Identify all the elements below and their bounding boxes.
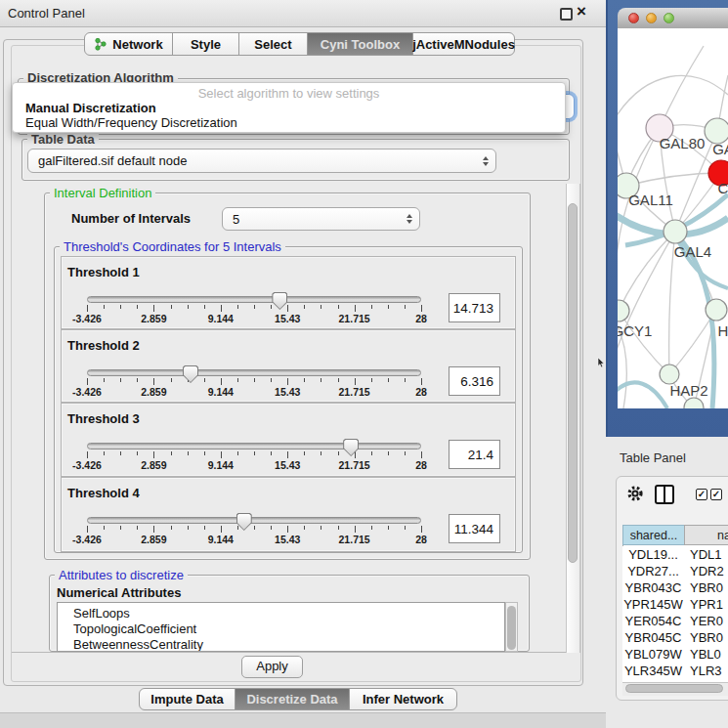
- threshold-value-field[interactable]: 6.316: [449, 366, 500, 396]
- table-row[interactable]: YBL079WYBL0: [622, 646, 728, 663]
- network-edge[interactable]: [618, 75, 728, 120]
- checkbox-icon[interactable]: ✓: [696, 489, 707, 500]
- table-row[interactable]: YBR043CYBR0: [622, 579, 728, 596]
- slider-tick-label: 28: [415, 459, 427, 471]
- tab-network[interactable]: Network: [84, 32, 173, 56]
- tab-discretize-data[interactable]: Discretize Data: [235, 688, 350, 710]
- table-cell-shared-name: YBR043C: [622, 579, 684, 596]
- slider-tick-label: 2.859: [141, 534, 166, 545]
- slider-tick: [237, 305, 238, 309]
- network-node[interactable]: [684, 398, 704, 408]
- network-node-gal4[interactable]: [664, 220, 687, 243]
- slider-tick: [137, 526, 138, 530]
- slider-tick-label: 15.43: [275, 386, 300, 398]
- table-row[interactable]: YDR27...YDR2: [622, 563, 728, 579]
- threshold-panel-4: Threshold 4-3.4262.8599.14415.4321.71528…: [61, 477, 516, 552]
- table-cell-shared-name: YPR145W: [622, 596, 684, 613]
- tab-style[interactable]: Style: [172, 32, 239, 56]
- table-cell-name: YLR3: [684, 663, 722, 679]
- algorithm-dropdown-popup: Select algorithm to view settings Manual…: [12, 82, 566, 133]
- algorithm-option-manual[interactable]: Manual Discretization: [25, 101, 156, 115]
- table-cell-name: YBR0: [684, 579, 723, 596]
- slider-tick: [421, 451, 422, 458]
- slider-tick: [153, 451, 154, 458]
- table-cell-shared-name: YER054C: [622, 613, 684, 629]
- network-node-hap2[interactable]: [660, 364, 679, 384]
- threshold-label: Threshold 2: [67, 338, 140, 353]
- slider-tick: [153, 526, 154, 533]
- table-rows[interactable]: YDL19...YDL1YDR27...YDR2YBR043CYBR0YPR14…: [622, 546, 728, 682]
- threshold-slider-track[interactable]: [87, 369, 421, 376]
- table-cell-name: YDL1: [684, 546, 722, 563]
- threshold-slider-track[interactable]: [87, 296, 421, 303]
- slider-tick: [204, 451, 205, 455]
- threshold-slider-track[interactable]: [87, 443, 421, 450]
- threshold-slider-handle[interactable]: [272, 292, 287, 310]
- threshold-label: Threshold 1: [67, 265, 140, 279]
- tab-select[interactable]: Select: [238, 32, 308, 56]
- slider-tick: [254, 378, 255, 382]
- slider-tick-label: 15.43: [275, 313, 300, 324]
- algorithm-option-equal-width[interactable]: Equal Width/Frequency Discretization: [25, 115, 237, 130]
- slider-tick: [221, 526, 222, 533]
- table-row[interactable]: YBR045CYBR0: [622, 629, 728, 646]
- slider-tick: [355, 305, 356, 312]
- network-canvas[interactable]: GAL80GACGAL11GAL4GCY1HHAP2: [618, 28, 728, 408]
- network-icon: [94, 37, 107, 51]
- table-row[interactable]: YLR345WYLR3: [622, 663, 728, 679]
- network-edge[interactable]: [626, 173, 721, 186]
- attribute-list-item[interactable]: SelfLoops: [58, 606, 504, 621]
- threshold-slider-handle[interactable]: [236, 513, 252, 531]
- slider-tick: [287, 378, 288, 385]
- control-panel-titlebar: [0, 0, 606, 27]
- attributes-list-scrollbar-thumb[interactable]: [507, 606, 516, 650]
- minimize-traffic-light[interactable]: [646, 13, 657, 23]
- float-window-icon[interactable]: [560, 8, 573, 21]
- threshold-slider-handle[interactable]: [343, 439, 359, 456]
- table-row[interactable]: YDL19...YDL1: [622, 546, 728, 563]
- slider-tick: [338, 305, 339, 309]
- apply-button[interactable]: Apply: [241, 656, 303, 678]
- column-header-shared-name[interactable]: shared...: [622, 525, 685, 545]
- close-traffic-light[interactable]: [628, 13, 639, 23]
- threshold-value-field[interactable]: 21.4: [449, 440, 500, 469]
- gear-icon[interactable]: [626, 485, 644, 502]
- control-panel-scrollbar-thumb[interactable]: [568, 203, 578, 563]
- network-node-h[interactable]: [706, 299, 727, 321]
- slider-tick: [321, 526, 321, 530]
- attribute-list-item[interactable]: BetweennessCentrality: [58, 637, 504, 652]
- close-icon[interactable]: ×: [577, 2, 586, 21]
- threshold-value-field[interactable]: 11.344: [449, 514, 500, 543]
- slider-tick: [371, 378, 372, 382]
- slider-tick-label: 21.715: [339, 534, 370, 545]
- tab-jactivemnodules-label: jActiveMNodules: [412, 37, 515, 52]
- threshold-slider-handle[interactable]: [183, 365, 198, 383]
- table-row[interactable]: YPR145WYPR1: [622, 596, 728, 613]
- threshold-slider-handle-face: [273, 293, 286, 309]
- slider-tick: [405, 378, 406, 382]
- tab-impute-data[interactable]: Impute Data: [139, 688, 236, 710]
- slider-tick: [237, 526, 238, 530]
- slider-tick: [371, 305, 372, 309]
- table-data-combo[interactable]: galFiltered.sif default node: [27, 149, 496, 173]
- zoom-traffic-light[interactable]: [664, 13, 674, 23]
- threshold-value-field[interactable]: 14.713: [449, 293, 500, 322]
- network-node-gcy1[interactable]: [618, 300, 629, 321]
- attribute-list-item[interactable]: TopologicalCoefficient: [58, 621, 504, 637]
- tab-jactivemnodules[interactable]: jActiveMNodules: [412, 32, 515, 56]
- tab-infer-network[interactable]: Infer Network: [349, 688, 457, 710]
- table-row[interactable]: YER054CYER0: [622, 613, 728, 629]
- checkbox-icon[interactable]: ✓: [710, 489, 722, 500]
- slider-tick: [405, 451, 406, 455]
- slider-tick: [171, 451, 172, 455]
- tab-cyni-toolbox[interactable]: Cyni Toolbox: [307, 32, 413, 56]
- column-header-name[interactable]: na: [684, 525, 728, 545]
- bottom-strip: [0, 712, 606, 728]
- slider-tick: [338, 526, 339, 530]
- threshold-slider-track[interactable]: [87, 517, 421, 524]
- algorithm-placeholder-item[interactable]: Select algorithm to view settings: [13, 86, 565, 101]
- number-of-intervals-combo[interactable]: 5: [222, 207, 420, 231]
- numerical-attributes-list[interactable]: SelfLoopsTopologicalCoefficientBetweenne…: [57, 602, 505, 652]
- table-hscrollbar-thumb[interactable]: [625, 684, 723, 693]
- slider-tick: [104, 378, 105, 382]
